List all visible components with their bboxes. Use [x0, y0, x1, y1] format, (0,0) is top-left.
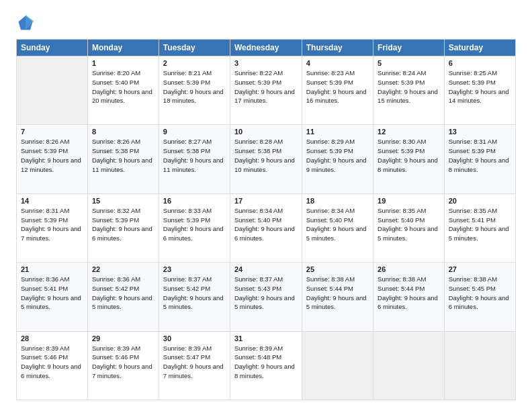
- day-info: Sunrise: 8:20 AMSunset: 5:40 PMDaylight:…: [92, 69, 152, 104]
- day-number: 16: [163, 197, 226, 205]
- day-number: 9: [163, 128, 226, 136]
- day-info: Sunrise: 8:37 AMSunset: 5:42 PMDaylight:…: [163, 275, 224, 310]
- day-info: Sunrise: 8:25 AMSunset: 5:39 PMDaylight:…: [449, 69, 509, 104]
- day-info: Sunrise: 8:34 AMSunset: 5:40 PMDaylight:…: [234, 207, 295, 242]
- calendar-cell: 16 Sunrise: 8:33 AMSunset: 5:39 PMDaylig…: [159, 193, 230, 262]
- calendar-cell: 6 Sunrise: 8:25 AMSunset: 5:39 PMDayligh…: [444, 56, 515, 125]
- calendar-cell: 31 Sunrise: 8:39 AMSunset: 5:48 PMDaylig…: [230, 331, 302, 400]
- day-number: 10: [234, 128, 298, 136]
- day-number: 8: [92, 128, 154, 136]
- day-number: 18: [306, 197, 369, 205]
- weekday-header-saturday: Saturday: [444, 40, 515, 56]
- calendar-cell: 13 Sunrise: 8:31 AMSunset: 5:39 PMDaylig…: [444, 125, 515, 193]
- calendar-cell: 8 Sunrise: 8:26 AMSunset: 5:38 PMDayligh…: [87, 125, 159, 193]
- day-info: Sunrise: 8:22 AMSunset: 5:39 PMDaylight:…: [234, 69, 295, 104]
- calendar-cell: 28 Sunrise: 8:39 AMSunset: 5:46 PMDaylig…: [17, 331, 88, 400]
- day-number: 5: [378, 59, 440, 67]
- day-number: 28: [21, 334, 83, 342]
- day-info: Sunrise: 8:23 AMSunset: 5:39 PMDaylight:…: [306, 69, 367, 104]
- day-info: Sunrise: 8:34 AMSunset: 5:40 PMDaylight:…: [306, 207, 367, 242]
- day-info: Sunrise: 8:31 AMSunset: 5:39 PMDaylight:…: [449, 138, 509, 173]
- day-number: 12: [378, 128, 440, 136]
- calendar-cell: [17, 56, 88, 125]
- calendar-cell: 22 Sunrise: 8:36 AMSunset: 5:42 PMDaylig…: [87, 263, 159, 331]
- day-number: 17: [234, 197, 298, 205]
- day-info: Sunrise: 8:33 AMSunset: 5:39 PMDaylight:…: [163, 207, 224, 242]
- weekday-header-monday: Monday: [87, 40, 159, 56]
- day-info: Sunrise: 8:26 AMSunset: 5:39 PMDaylight:…: [21, 138, 81, 173]
- day-number: 15: [92, 197, 154, 205]
- weekday-header-sunday: Sunday: [17, 40, 88, 56]
- calendar-cell: 15 Sunrise: 8:32 AMSunset: 5:39 PMDaylig…: [87, 193, 159, 262]
- calendar-week-row: 21 Sunrise: 8:36 AMSunset: 5:41 PMDaylig…: [17, 263, 516, 331]
- weekday-header-row: SundayMondayTuesdayWednesdayThursdayFrid…: [17, 40, 516, 56]
- calendar-table: SundayMondayTuesdayWednesdayThursdayFrid…: [16, 39, 516, 400]
- day-info: Sunrise: 8:39 AMSunset: 5:47 PMDaylight:…: [163, 345, 224, 379]
- day-number: 11: [306, 128, 369, 136]
- day-number: 4: [306, 59, 369, 67]
- calendar-week-row: 14 Sunrise: 8:31 AMSunset: 5:39 PMDaylig…: [17, 193, 516, 262]
- weekday-header-thursday: Thursday: [302, 40, 373, 56]
- day-number: 24: [234, 265, 298, 273]
- calendar-cell: 17 Sunrise: 8:34 AMSunset: 5:40 PMDaylig…: [230, 193, 302, 262]
- day-info: Sunrise: 8:36 AMSunset: 5:41 PMDaylight:…: [21, 275, 81, 310]
- calendar-cell: 30 Sunrise: 8:39 AMSunset: 5:47 PMDaylig…: [159, 331, 230, 400]
- calendar-cell: 26 Sunrise: 8:38 AMSunset: 5:44 PMDaylig…: [373, 263, 445, 331]
- page: SundayMondayTuesdayWednesdayThursdayFrid…: [0, 0, 532, 411]
- day-number: 3: [234, 59, 298, 67]
- day-info: Sunrise: 8:39 AMSunset: 5:46 PMDaylight:…: [21, 345, 81, 379]
- weekday-header-wednesday: Wednesday: [230, 40, 302, 56]
- calendar-week-row: 7 Sunrise: 8:26 AMSunset: 5:39 PMDayligh…: [17, 125, 516, 193]
- day-number: 21: [21, 265, 83, 273]
- calendar-cell: 27 Sunrise: 8:38 AMSunset: 5:45 PMDaylig…: [444, 263, 515, 331]
- calendar-cell: 1 Sunrise: 8:20 AMSunset: 5:40 PMDayligh…: [87, 56, 159, 125]
- day-info: Sunrise: 8:39 AMSunset: 5:46 PMDaylight:…: [92, 345, 152, 379]
- calendar-week-row: 1 Sunrise: 8:20 AMSunset: 5:40 PMDayligh…: [17, 56, 516, 125]
- calendar-cell: 2 Sunrise: 8:21 AMSunset: 5:39 PMDayligh…: [159, 56, 230, 125]
- day-number: 23: [163, 265, 226, 273]
- day-info: Sunrise: 8:26 AMSunset: 5:38 PMDaylight:…: [92, 138, 152, 173]
- day-info: Sunrise: 8:37 AMSunset: 5:43 PMDaylight:…: [234, 275, 295, 310]
- day-number: 6: [449, 59, 511, 67]
- day-number: 19: [378, 197, 440, 205]
- day-number: 31: [234, 334, 298, 342]
- day-info: Sunrise: 8:39 AMSunset: 5:48 PMDaylight:…: [234, 345, 295, 379]
- day-number: 29: [92, 334, 154, 342]
- calendar-cell: 11 Sunrise: 8:29 AMSunset: 5:39 PMDaylig…: [302, 125, 373, 193]
- calendar-cell: 19 Sunrise: 8:35 AMSunset: 5:40 PMDaylig…: [373, 193, 445, 262]
- calendar-week-row: 28 Sunrise: 8:39 AMSunset: 5:46 PMDaylig…: [17, 331, 516, 400]
- day-number: 30: [163, 334, 226, 342]
- day-info: Sunrise: 8:21 AMSunset: 5:39 PMDaylight:…: [163, 69, 224, 104]
- day-info: Sunrise: 8:28 AMSunset: 5:38 PMDaylight:…: [234, 138, 295, 173]
- calendar-cell: 29 Sunrise: 8:39 AMSunset: 5:46 PMDaylig…: [87, 331, 159, 400]
- calendar-cell: 18 Sunrise: 8:34 AMSunset: 5:40 PMDaylig…: [302, 193, 373, 262]
- logo: [16, 13, 38, 32]
- calendar-cell: 7 Sunrise: 8:26 AMSunset: 5:39 PMDayligh…: [17, 125, 88, 193]
- day-info: Sunrise: 8:38 AMSunset: 5:45 PMDaylight:…: [449, 275, 509, 310]
- calendar-cell: [302, 331, 373, 400]
- day-number: 22: [92, 265, 154, 273]
- calendar-cell: [444, 331, 515, 400]
- day-number: 25: [306, 265, 369, 273]
- day-number: 20: [449, 197, 511, 205]
- day-info: Sunrise: 8:35 AMSunset: 5:40 PMDaylight:…: [378, 207, 438, 242]
- logo-icon: [16, 13, 35, 32]
- day-info: Sunrise: 8:32 AMSunset: 5:39 PMDaylight:…: [92, 207, 152, 242]
- calendar-cell: 4 Sunrise: 8:23 AMSunset: 5:39 PMDayligh…: [302, 56, 373, 125]
- header: [16, 13, 516, 32]
- day-info: Sunrise: 8:38 AMSunset: 5:44 PMDaylight:…: [378, 275, 438, 310]
- calendar-cell: 20 Sunrise: 8:35 AMSunset: 5:41 PMDaylig…: [444, 193, 515, 262]
- day-info: Sunrise: 8:24 AMSunset: 5:39 PMDaylight:…: [378, 69, 438, 104]
- day-number: 26: [378, 265, 440, 273]
- day-info: Sunrise: 8:29 AMSunset: 5:39 PMDaylight:…: [306, 138, 367, 173]
- weekday-header-friday: Friday: [373, 40, 445, 56]
- calendar-cell: [373, 331, 445, 400]
- calendar-cell: 14 Sunrise: 8:31 AMSunset: 5:39 PMDaylig…: [17, 193, 88, 262]
- calendar-cell: 9 Sunrise: 8:27 AMSunset: 5:38 PMDayligh…: [159, 125, 230, 193]
- calendar-cell: 23 Sunrise: 8:37 AMSunset: 5:42 PMDaylig…: [159, 263, 230, 331]
- day-info: Sunrise: 8:35 AMSunset: 5:41 PMDaylight:…: [449, 207, 509, 242]
- day-number: 13: [449, 128, 511, 136]
- day-info: Sunrise: 8:36 AMSunset: 5:42 PMDaylight:…: [92, 275, 152, 310]
- day-number: 27: [449, 265, 511, 273]
- day-info: Sunrise: 8:38 AMSunset: 5:44 PMDaylight:…: [306, 275, 367, 310]
